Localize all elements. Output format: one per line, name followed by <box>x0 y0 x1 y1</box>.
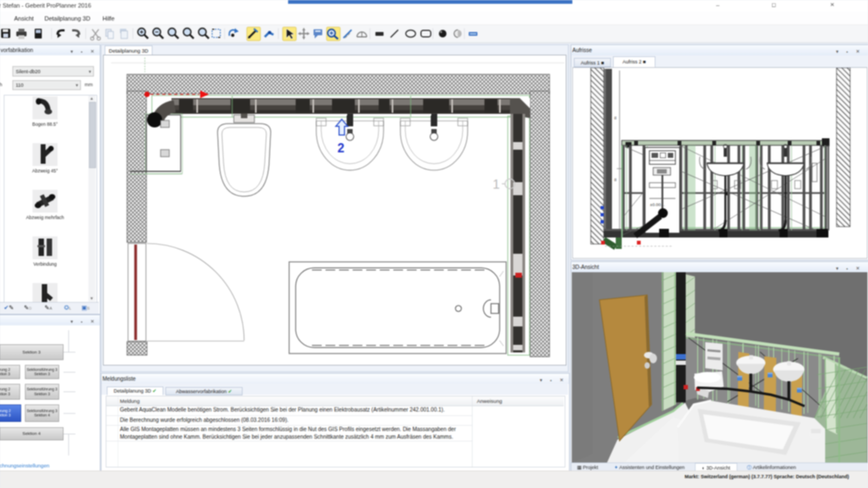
svg-text:8: 8 <box>614 115 617 120</box>
svg-text:±0.00…: ±0.00… <box>650 202 665 207</box>
svg-text:8: 8 <box>614 177 617 182</box>
svg-text:2: 2 <box>337 141 344 155</box>
svg-text:1: 1 <box>493 177 500 191</box>
